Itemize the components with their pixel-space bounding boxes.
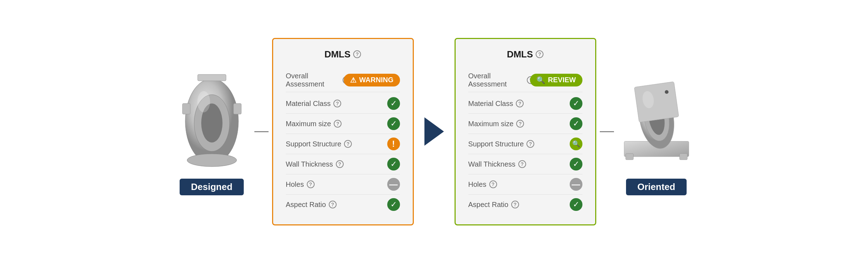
overall-row-left: Overall Assessment ? ⚠ WARNING (286, 68, 400, 92)
row-label: Material Class ? (468, 99, 561, 108)
svg-rect-4 (182, 103, 190, 114)
overall-row-right: Overall Assessment ? 🔍 REVIEW (468, 68, 582, 92)
svg-rect-5 (233, 103, 241, 114)
row-label-text: Material Class (468, 99, 513, 108)
oriented-section: Oriented (618, 68, 695, 195)
row-label: Holes ? (286, 180, 379, 189)
overall-status-right: 🔍 REVIEW (535, 74, 582, 86)
check-green-icon: ✓ (570, 97, 582, 110)
row-label-text: Holes (286, 180, 304, 189)
row-info-icon[interactable]: ? (516, 100, 524, 107)
card-right-header: DMLS ? (468, 49, 582, 60)
designed-part-svg (178, 68, 246, 174)
card-right-rows: Material Class ? ✓ Maximum size ? ✓ Supp… (468, 94, 582, 214)
overall-text-right: Overall Assessment (468, 72, 524, 88)
row-status: ✓ (379, 117, 400, 130)
svg-rect-9 (626, 153, 633, 160)
row-label-text: Maximum size (468, 119, 514, 128)
direction-arrow (424, 117, 444, 146)
row-status: ✓ (379, 97, 400, 110)
table-row: Aspect Ratio ? ✓ (468, 195, 582, 214)
row-info-icon[interactable]: ? (333, 100, 341, 107)
card-left-header: DMLS ? (286, 49, 400, 60)
table-row: Support Structure ? 🔍 (468, 134, 582, 154)
row-label-text: Wall Thickness (286, 160, 333, 168)
review-icon: 🔍 (536, 76, 545, 84)
row-label-text: Holes (468, 180, 486, 189)
row-label: Aspect Ratio ? (286, 200, 379, 209)
row-label-text: Support Structure (286, 140, 342, 148)
review-badge: 🔍 REVIEW (530, 74, 582, 86)
table-row: Wall Thickness ? ✓ (286, 154, 400, 174)
row-label: Wall Thickness ? (286, 160, 379, 168)
row-status: — (561, 178, 582, 191)
check-green-icon: ✓ (387, 198, 400, 211)
warning-badge: ⚠ WARNING (344, 74, 400, 86)
row-info-icon[interactable]: ? (307, 180, 315, 188)
row-info-icon[interactable]: ? (489, 180, 497, 188)
svg-rect-14 (634, 82, 679, 122)
row-info-icon[interactable]: ? (518, 160, 526, 168)
warning-icon: ⚠ (350, 76, 356, 84)
row-label-text: Aspect Ratio (286, 200, 326, 209)
row-label: Support Structure ? (468, 140, 561, 148)
table-row: Maximum size ? ✓ (468, 114, 582, 134)
row-status: ✓ (379, 158, 400, 170)
svg-point-7 (197, 91, 210, 112)
warning-orange-icon: ! (387, 138, 400, 150)
row-info-icon[interactable]: ? (511, 201, 519, 208)
check-green-icon: ✓ (570, 117, 582, 130)
row-info-icon[interactable]: ? (344, 140, 352, 148)
card-left-rows: Material Class ? ✓ Maximum size ? ✓ Supp… (286, 94, 400, 214)
row-info-icon[interactable]: ? (516, 120, 524, 128)
neutral-gray-icon: — (387, 178, 400, 191)
table-row: Holes ? — (286, 174, 400, 195)
card-designed: DMLS ? Overall Assessment ? ⚠ WARNING Ma… (272, 38, 414, 225)
row-label-text: Maximum size (286, 119, 331, 128)
row-label-text: Support Structure (468, 140, 524, 148)
table-row: Material Class ? ✓ (286, 94, 400, 114)
connector-line-right (600, 131, 614, 132)
card-right-info-icon[interactable]: ? (536, 50, 543, 58)
designed-part-image (176, 68, 247, 174)
card-oriented: DMLS ? Overall Assessment ? 🔍 REVIEW Mat… (455, 38, 596, 225)
row-status: 🔍 (561, 138, 582, 150)
overall-label-right: Overall Assessment ? (468, 72, 535, 88)
table-row: Support Structure ? ! (286, 134, 400, 154)
row-status: ! (379, 138, 400, 150)
row-status: — (379, 178, 400, 191)
row-label: Material Class ? (286, 99, 379, 108)
row-info-icon[interactable]: ? (336, 160, 344, 168)
review-badge-text: REVIEW (548, 76, 576, 84)
row-label: Aspect Ratio ? (468, 200, 561, 209)
row-label: Support Structure ? (286, 140, 379, 148)
row-status: ✓ (379, 198, 400, 211)
svg-rect-10 (680, 153, 687, 160)
row-label-text: Material Class (286, 99, 331, 108)
check-green-icon: ✓ (570, 198, 582, 211)
review-olive-icon: 🔍 (570, 138, 582, 150)
row-label: Maximum size ? (468, 119, 561, 128)
table-row: Aspect Ratio ? ✓ (286, 195, 400, 214)
main-container: Designed DMLS ? Overall Assessment ? ⚠ W… (0, 0, 868, 263)
warning-badge-text: WARNING (359, 76, 394, 84)
row-status: ✓ (561, 158, 582, 170)
card-left-info-icon[interactable]: ? (353, 50, 361, 58)
check-green-icon: ✓ (570, 158, 582, 170)
table-row: Material Class ? ✓ (468, 94, 582, 114)
overall-label-left: Overall Assessment ? (286, 72, 350, 88)
svg-point-6 (187, 154, 237, 167)
row-info-icon[interactable]: ? (334, 120, 342, 128)
card-right-title: DMLS (507, 49, 533, 60)
row-label: Maximum size ? (286, 119, 379, 128)
neutral-gray-icon: — (570, 178, 582, 191)
row-label-text: Wall Thickness (468, 160, 515, 168)
row-info-icon[interactable]: ? (329, 201, 337, 208)
row-label: Holes ? (468, 180, 561, 189)
row-info-icon[interactable]: ? (526, 140, 534, 148)
check-green-icon: ✓ (387, 158, 400, 170)
overall-text-left: Overall Assessment (286, 72, 340, 88)
row-label: Wall Thickness ? (468, 160, 561, 168)
row-status: ✓ (561, 198, 582, 211)
table-row: Holes ? — (468, 174, 582, 195)
